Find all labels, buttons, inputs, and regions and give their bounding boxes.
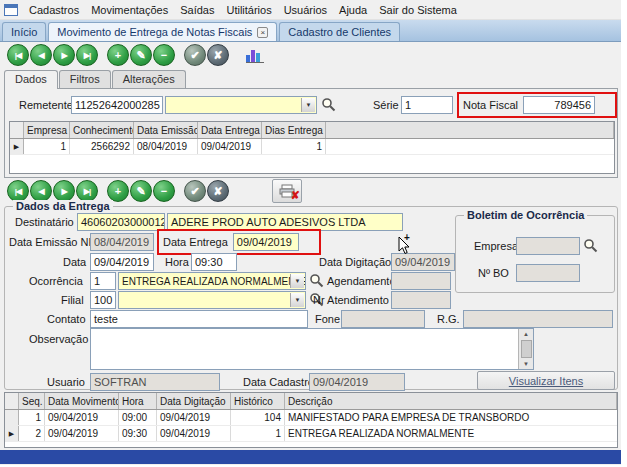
chevron-down-icon[interactable]: ▼: [301, 98, 315, 112]
menu-usuarios[interactable]: Usuários: [278, 2, 333, 18]
last-record-button[interactable]: ▶|: [76, 44, 98, 66]
serie-input[interactable]: 1: [401, 96, 453, 114]
search-icon[interactable]: [321, 97, 337, 113]
scroll-up-icon[interactable]: ▲: [523, 331, 529, 337]
next-record-button[interactable]: ▶: [53, 44, 75, 66]
grid-header-row: Empresa Conhecimento Data Emissão Data E…: [10, 122, 614, 139]
scrollbar[interactable]: ▲ ▼: [518, 329, 533, 369]
data-input[interactable]: 09/04/2019: [90, 253, 154, 271]
confirm-button[interactable]: ✔: [184, 44, 206, 66]
tab-movimento-entrega-notas-fiscais[interactable]: Movimento de Entrega de Notas Fiscais ×: [48, 22, 277, 41]
menu-utilitarios[interactable]: Utilitários: [220, 2, 277, 18]
bar-chart-icon[interactable]: [246, 48, 264, 63]
cell-historico[interactable]: 1: [231, 426, 285, 441]
cell-data-digitacao[interactable]: 09/04/2019: [157, 410, 231, 425]
chevron-down-icon[interactable]: ▼: [290, 293, 304, 307]
ocorrencia-combo[interactable]: ENTREGA REALIZADA NORMALMENTE ▼: [118, 272, 306, 290]
prev-record-button[interactable]: ◀: [30, 44, 52, 66]
cell-dias-entrega[interactable]: 1: [262, 139, 326, 154]
column-header-hora[interactable]: Hora: [119, 393, 157, 409]
cancel-button[interactable]: ✘: [207, 180, 229, 202]
cell-seq[interactable]: 2: [19, 426, 45, 441]
cancel-delivery-icon-button[interactable]: ✘: [272, 179, 302, 203]
column-header-data-digitacao[interactable]: Data Digitação: [157, 393, 231, 409]
column-header-data-movimento[interactable]: Data Movimento: [45, 393, 119, 409]
remetente-input[interactable]: 11252642000285: [71, 96, 163, 114]
menu-saidas[interactable]: Saídas: [174, 2, 220, 18]
cell-hora[interactable]: 09:00: [119, 410, 157, 425]
scroll-down-icon[interactable]: ▼: [523, 361, 529, 367]
menu-sair-do-sistema[interactable]: Sair do Sistema: [373, 2, 463, 18]
grid-header-row: Seq. Data Movimento Hora Data Digitação …: [5, 393, 617, 410]
tab-alteracoes[interactable]: Alterações: [112, 70, 186, 88]
grid-gutter: [5, 393, 19, 409]
tab-filtros[interactable]: Filtros: [59, 70, 111, 88]
ocorrencia-codigo-input[interactable]: 1: [90, 272, 116, 290]
cell-data-movimento[interactable]: 09/04/2019: [45, 426, 119, 441]
scrollbar-thumb[interactable]: [521, 340, 532, 358]
fone-label: Fone: [315, 313, 340, 325]
cell-conhecimento[interactable]: 2566292: [70, 139, 134, 154]
next-record-button[interactable]: ▶: [53, 180, 75, 202]
cell-hora[interactable]: 09:30: [119, 426, 157, 441]
cell-data-digitacao[interactable]: 09/04/2019: [157, 426, 231, 441]
menu-ajuda[interactable]: Ajuda: [333, 2, 373, 18]
table-row[interactable]: ▶ 1 2566292 08/04/2019 09/04/2019 1: [10, 139, 614, 155]
remetente-combo[interactable]: ▼: [165, 96, 317, 114]
column-header-descricao[interactable]: Descrição: [285, 393, 617, 409]
observacao-textarea[interactable]: ▲ ▼: [90, 328, 534, 370]
close-icon[interactable]: ×: [257, 27, 268, 38]
column-header-dias-entrega[interactable]: Dias Entrega: [262, 122, 326, 138]
confirm-button[interactable]: ✔: [184, 180, 206, 202]
delete-button[interactable]: −: [153, 180, 175, 202]
visualizar-itens-button[interactable]: Visualizar Itens: [477, 371, 615, 390]
add-button[interactable]: +: [107, 44, 129, 66]
cell-descricao[interactable]: ENTREGA REALIZADA NORMALMENTE: [285, 426, 617, 441]
first-record-button[interactable]: |◀: [7, 180, 29, 202]
cancel-button[interactable]: ✘: [207, 44, 229, 66]
cell-data-entrega[interactable]: 09/04/2019: [198, 139, 262, 154]
edit-button[interactable]: ✎: [130, 180, 152, 202]
column-header-empresa[interactable]: Empresa: [24, 122, 70, 138]
column-header-data-entrega[interactable]: Data Entrega: [198, 122, 262, 138]
column-header-data-emissao[interactable]: Data Emissão: [134, 122, 198, 138]
contato-input[interactable]: teste: [90, 310, 308, 328]
cell-data-emissao[interactable]: 08/04/2019: [134, 139, 198, 154]
app-window: Cadastros Movimentações Saídas Utilitári…: [0, 0, 621, 465]
tab-inicio[interactable]: Início: [2, 22, 46, 41]
table-row[interactable]: ▶ 2 09/04/2019 09:30 09/04/2019 1 ENTREG…: [5, 426, 617, 442]
tab-dados[interactable]: Dados: [4, 70, 58, 89]
cell-descricao[interactable]: MANIFESTADO PARA EMPRESA DE TRANSBORDO: [285, 410, 617, 425]
chevron-down-icon[interactable]: ▼: [290, 274, 304, 288]
search-icon[interactable]: [309, 273, 325, 289]
prev-record-button[interactable]: ◀: [30, 180, 52, 202]
menu-cadastros[interactable]: Cadastros: [23, 2, 85, 18]
destinatario-codigo-input[interactable]: 460602030000123: [77, 213, 165, 231]
cell-historico[interactable]: 104: [231, 410, 285, 425]
delete-button[interactable]: −: [153, 44, 175, 66]
column-header-conhecimento[interactable]: Conhecimento: [70, 122, 134, 138]
tab-cadastro-de-clientes[interactable]: Cadastro de Clientes: [279, 22, 400, 41]
table-row[interactable]: 1 09/04/2019 09:00 09/04/2019 104 MANIFE…: [5, 410, 617, 426]
column-header-seq[interactable]: Seq.: [19, 393, 45, 409]
edit-button[interactable]: ✎: [130, 44, 152, 66]
filial-codigo-input[interactable]: 100: [90, 291, 116, 309]
cell-seq[interactable]: 1: [19, 410, 45, 425]
current-row-marker: ▶: [5, 426, 19, 441]
bo-numero-label: Nº BO: [478, 267, 509, 279]
first-record-button[interactable]: |◀: [7, 44, 29, 66]
nota-fiscal-highlight: Nota Fiscal 789456: [457, 92, 617, 118]
nota-fiscal-input[interactable]: 789456: [523, 96, 595, 114]
cell-empresa[interactable]: 1: [24, 139, 70, 154]
last-record-button[interactable]: ▶|: [76, 180, 98, 202]
menu-movimentacoes[interactable]: Movimentações: [85, 2, 174, 18]
filial-combo[interactable]: ▼: [118, 291, 306, 309]
add-button[interactable]: +: [107, 180, 129, 202]
tab-bar: Início Movimento de Entrega de Notas Fis…: [0, 20, 621, 42]
data-entrega-input[interactable]: 09/04/2019: [233, 233, 299, 251]
grid-gutter: [10, 122, 24, 138]
search-icon[interactable]: [583, 238, 599, 254]
column-header-historico[interactable]: Histórico: [231, 393, 285, 409]
hora-input[interactable]: 09:30: [191, 253, 237, 271]
cell-data-movimento[interactable]: 09/04/2019: [45, 410, 119, 425]
